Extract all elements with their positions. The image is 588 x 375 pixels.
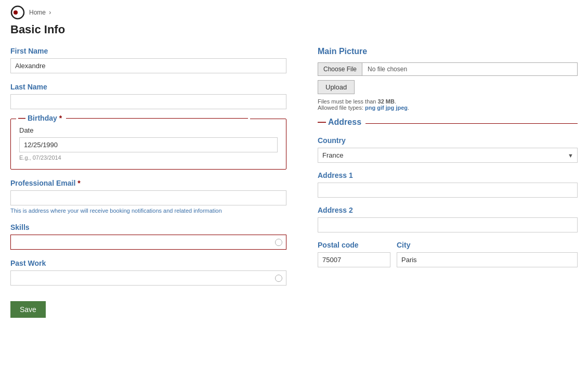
breadcrumb: Home › — [29, 9, 53, 16]
address-label: Address — [328, 118, 361, 127]
main-picture-section: Main Picture Choose File No file chosen … — [318, 47, 578, 111]
past-work-input[interactable] — [10, 270, 286, 286]
logo-icon — [10, 5, 25, 20]
save-button[interactable]: Save — [10, 301, 46, 318]
country-label: Country — [318, 136, 578, 145]
main-picture-label: Main Picture — [318, 47, 578, 56]
city-input[interactable] — [397, 252, 578, 267]
right-column: Main Picture Choose File No file chosen … — [318, 47, 578, 318]
page-title: Basic Info — [10, 23, 578, 36]
country-group: Country France Germany United Kingdom Sp… — [318, 136, 578, 163]
address-legend: — Address — [318, 118, 365, 127]
email-group: Professional Email * This is address whe… — [10, 179, 286, 214]
postal-input[interactable] — [318, 252, 390, 267]
left-column: First Name Last Name — Birthday * Date E… — [10, 47, 286, 318]
file-restrictions: Files must be less than 32 MB. Allowed f… — [318, 98, 578, 111]
date-hint: E.g., 07/23/2014 — [19, 154, 278, 161]
birthday-section: — Birthday * Date E.g., 07/23/2014 — [10, 119, 286, 170]
upload-button[interactable]: Upload — [318, 80, 355, 94]
country-select[interactable]: France Germany United Kingdom Spain Ital… — [318, 148, 578, 163]
past-work-input-wrap — [10, 270, 286, 286]
skills-group: Skills — [10, 223, 286, 250]
skills-input[interactable] — [10, 235, 286, 250]
last-name-label: Last Name — [10, 83, 286, 91]
birthday-label: Birthday — [28, 114, 57, 122]
date-label: Date — [19, 126, 278, 134]
last-name-input[interactable] — [10, 94, 286, 109]
main-layout: First Name Last Name — Birthday * Date E… — [10, 47, 578, 318]
skills-circle-icon — [275, 239, 282, 246]
skills-label: Skills — [10, 223, 286, 231]
date-input[interactable] — [19, 137, 278, 152]
email-label: Professional Email * — [10, 179, 286, 187]
breadcrumb-home[interactable]: Home — [29, 9, 46, 16]
birthday-legend: — Birthday * — [16, 114, 250, 122]
email-input[interactable] — [10, 190, 286, 205]
past-work-group: Past Work — [10, 259, 286, 286]
file-input-area: Choose File No file chosen — [318, 62, 578, 76]
file-name-display: No file chosen — [362, 62, 578, 76]
first-name-label: First Name — [10, 47, 286, 55]
birthday-required: * — [59, 114, 62, 122]
breadcrumb-chevron: › — [49, 9, 51, 16]
logo-breadcrumb-row: Home › — [10, 5, 578, 20]
address-section: — Address Country France Germany United … — [318, 123, 578, 267]
first-name-group: First Name — [10, 47, 286, 73]
skills-input-wrap — [10, 235, 286, 250]
first-name-input[interactable] — [10, 58, 286, 73]
postal-label: Postal code — [318, 241, 390, 249]
address1-input[interactable] — [318, 183, 578, 198]
country-select-wrapper: France Germany United Kingdom Spain Ital… — [318, 148, 578, 163]
postal-group: Postal code — [318, 241, 390, 267]
postal-city-row: Postal code City — [318, 241, 578, 267]
city-group: City — [397, 241, 578, 267]
address1-group: Address 1 — [318, 171, 578, 198]
city-label: City — [397, 241, 578, 249]
last-name-group: Last Name — [10, 83, 286, 109]
svg-point-1 — [14, 10, 18, 15]
birthday-line — [66, 118, 248, 119]
address1-label: Address 1 — [318, 171, 578, 179]
choose-file-button[interactable]: Choose File — [318, 62, 362, 76]
address2-group: Address 2 — [318, 206, 578, 232]
past-work-label: Past Work — [10, 259, 286, 267]
address2-label: Address 2 — [318, 206, 578, 214]
email-hint: This is address where your will receive … — [10, 208, 286, 214]
past-work-circle-icon — [275, 275, 282, 282]
address2-input[interactable] — [318, 217, 578, 232]
